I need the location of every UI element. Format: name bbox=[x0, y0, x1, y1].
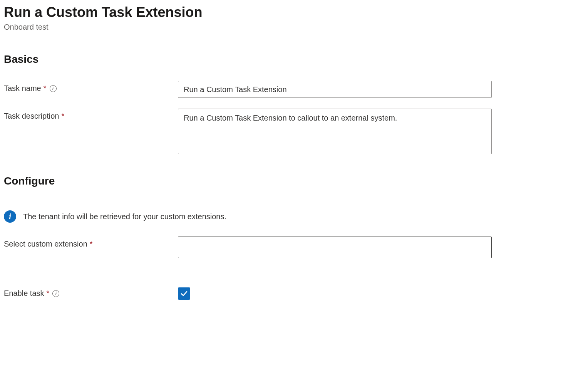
page-subtitle: Onboard test bbox=[4, 23, 584, 32]
task-description-label: Task description bbox=[4, 112, 59, 121]
task-name-label: Task name bbox=[4, 84, 41, 93]
section-configure-heading: Configure bbox=[4, 175, 584, 187]
task-description-input[interactable] bbox=[178, 109, 492, 154]
required-indicator: * bbox=[61, 112, 64, 121]
enable-task-label: Enable task bbox=[4, 289, 44, 298]
enable-task-row: Enable task * i bbox=[4, 287, 584, 300]
info-banner: i The tenant info will be retrieved for … bbox=[4, 210, 584, 223]
enable-task-label-group: Enable task * i bbox=[4, 287, 178, 298]
task-name-input[interactable] bbox=[178, 81, 492, 98]
info-icon[interactable]: i bbox=[52, 290, 59, 297]
info-banner-icon: i bbox=[4, 210, 16, 223]
enable-task-checkbox[interactable] bbox=[178, 287, 190, 300]
section-basics-heading: Basics bbox=[4, 53, 584, 65]
check-icon bbox=[180, 290, 188, 297]
info-icon[interactable]: i bbox=[50, 85, 57, 92]
task-name-label-group: Task name * i bbox=[4, 81, 178, 93]
required-indicator: * bbox=[47, 289, 50, 298]
required-indicator: * bbox=[90, 240, 93, 248]
required-indicator: * bbox=[44, 84, 47, 93]
select-extension-row: Select custom extension * bbox=[4, 237, 584, 258]
select-extension-dropdown[interactable] bbox=[178, 237, 492, 258]
page-title: Run a Custom Task Extension bbox=[4, 4, 584, 20]
task-description-label-group: Task description * bbox=[4, 109, 178, 121]
info-banner-text: The tenant info will be retrieved for yo… bbox=[23, 212, 226, 221]
select-extension-label: Select custom extension bbox=[4, 240, 87, 248]
task-description-row: Task description * bbox=[4, 109, 584, 156]
select-extension-label-group: Select custom extension * bbox=[4, 237, 178, 248]
task-name-row: Task name * i bbox=[4, 81, 584, 98]
